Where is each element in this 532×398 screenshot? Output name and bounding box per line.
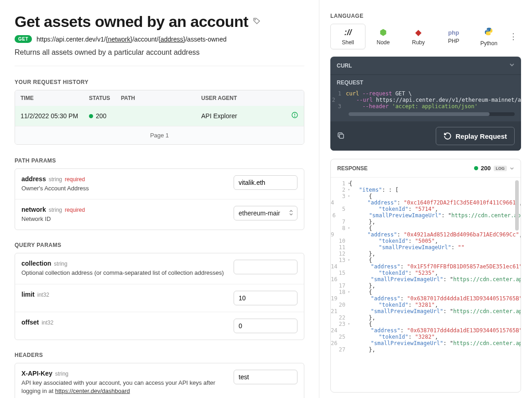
history-status: 200 [96,112,106,120]
address-input[interactable] [234,175,297,190]
history-time: 11/2/2022 05:30 PM [21,112,89,120]
code-block: 1curl --request GET \ 2 --url https://ap… [330,89,521,121]
collection-input[interactable] [234,260,297,274]
divider [15,66,304,66]
param-type: string [55,371,68,377]
history-table: TIME STATUS PATH USER AGENT 11/2/2022 05… [15,90,304,145]
copy-button[interactable] [337,131,345,141]
param-description: Owner's Account Address [21,184,226,193]
http-method-badge: GET [15,35,32,43]
more-languages-button[interactable]: ⋮ [506,31,521,42]
history-agent: API Explorer [201,112,298,120]
dashboard-link[interactable]: https://center.dev/dashboard [55,388,130,394]
json-line: 4 "address": "0xc1640f72DA2f1C3d5E4010f4… [331,199,521,206]
chevron-down-icon [510,166,514,171]
json-line: 16 "smallPreviewImageUrl": "https://cdn.… [331,276,521,283]
response-panel: RESPONSE 200 LOG 1▾{2▾ "items": : [3▾ {4… [330,159,521,393]
param-name: X-API-Key [21,370,52,377]
curl-header[interactable]: CURL [330,57,521,75]
lang-shell[interactable]: :// Shell [330,24,365,49]
replay-request-button[interactable]: Replay Request [436,127,515,145]
param-name: limit [21,291,35,298]
page-title: Get assets owned by an account [15,13,248,31]
history-label: YOUR REQUEST HISTORY [15,79,304,85]
svg-point-0 [255,19,256,20]
param-network: network string required Network ID ether… [15,199,304,230]
param-name: network [21,206,46,213]
chevron-updown-icon [289,209,293,217]
json-line: 15 "tokenId": "5235", [331,270,521,276]
param-name: address [21,175,46,183]
vertical-scrollbar[interactable] [515,180,519,230]
offset-input[interactable] [234,319,297,333]
svg-rect-4 [339,134,344,138]
alert-icon [291,111,298,120]
history-col-path: PATH [121,95,201,101]
shell-icon: :// [344,28,352,37]
python-icon [484,27,493,38]
status-dot-icon [474,166,478,170]
json-line: 8▾ { [331,225,521,231]
json-line: 14 "address": "0x1F5f70FFBfD81D05857ae5D… [331,263,521,270]
param-type: int32 [42,319,53,326]
json-line: 22 }, [331,314,521,321]
endpoint-url: https://api.center.dev/v1/{network}/acco… [37,36,226,43]
response-body: 1▾{2▾ "items": : [3▾ {4 "address": "0xc1… [331,178,521,392]
param-required: required [65,176,85,183]
json-line: 10 "tokenId": "5005", [331,238,521,244]
json-line: 13▾ { [331,257,521,263]
chevron-down-icon [509,62,515,69]
json-line: 21 "smallPreviewImageUrl": "https://cdn.… [331,308,521,314]
ruby-icon: ◆ [415,27,422,37]
json-line: 6 "smallPreviewImageUrl": "https://cdn.c… [331,212,521,219]
param-name: collection [21,260,51,267]
param-type: string [54,261,67,267]
curl-panel: CURL REQUEST 1curl --request GET \ 2 --u… [330,57,521,151]
json-line: 26 "smallPreviewImageUrl": "https://cdn.… [331,340,521,346]
path-params-label: PATH PARAMS [15,157,304,164]
history-row[interactable]: 11/2/2022 05:30 PM 200 API Explorer [15,106,304,126]
param-description: Optional collection address (or comma-se… [21,269,226,277]
json-line: 11 "smallPreviewImageUrl": "" [331,244,521,251]
param-type: string [49,207,62,213]
lang-node[interactable]: ⬢ Node [365,24,401,49]
query-params-label: QUERY PARAMS [15,242,304,248]
param-type: int32 [37,292,49,298]
network-select[interactable]: ethereum-mair [234,206,297,220]
response-label: RESPONSE [337,165,368,172]
json-line: 9 "address": "0x4921aAd8512dBd4096ba71AE… [331,231,521,238]
json-line: 24 "address": "0x6387017dd4dda1dE13D9344… [331,327,521,334]
log-badge: LOG [494,166,507,171]
headers-label: HEADERS [15,352,304,358]
param-description: API key associated with your account, yo… [21,379,226,395]
param-description: Network ID [21,215,226,223]
lang-ruby[interactable]: ◆ Ruby [401,24,436,49]
status-dot-icon [89,114,93,118]
param-name: offset [21,319,39,326]
history-col-status: STATUS [89,95,121,101]
request-label: REQUEST [330,75,521,89]
php-icon: php [448,29,459,36]
horizontal-scrollbar[interactable] [349,112,515,116]
param-offset: offset int32 [15,312,304,340]
json-line: 7 }, [331,219,521,225]
tag-icon [253,17,261,26]
history-pagination: Page 1 [15,126,304,144]
json-line: 19 "address": "0x6387017dd4dda1dE13D9344… [331,295,521,302]
json-line: 1▾{ [331,180,521,187]
xapikey-input[interactable] [234,370,297,384]
json-line: 2▾ "items": : [ [331,187,521,193]
json-line: 27 }, [331,346,521,353]
json-line: 25 "tokenId": "3282", [331,334,521,340]
node-icon: ⬢ [380,27,387,37]
limit-input[interactable] [234,291,297,305]
json-line: 20 "tokenId": "3281", [331,302,521,308]
response-status[interactable]: 200 LOG [474,165,514,172]
json-line: 18▾ { [331,289,521,295]
history-col-time: TIME [21,95,89,101]
param-collection: collection string Optional collection ad… [15,253,304,284]
json-line: 5 "tokenId": "5714", [331,206,521,212]
lang-python[interactable]: Python [471,24,506,49]
param-type: string [49,176,62,183]
lang-php[interactable]: php PHP [436,24,471,49]
